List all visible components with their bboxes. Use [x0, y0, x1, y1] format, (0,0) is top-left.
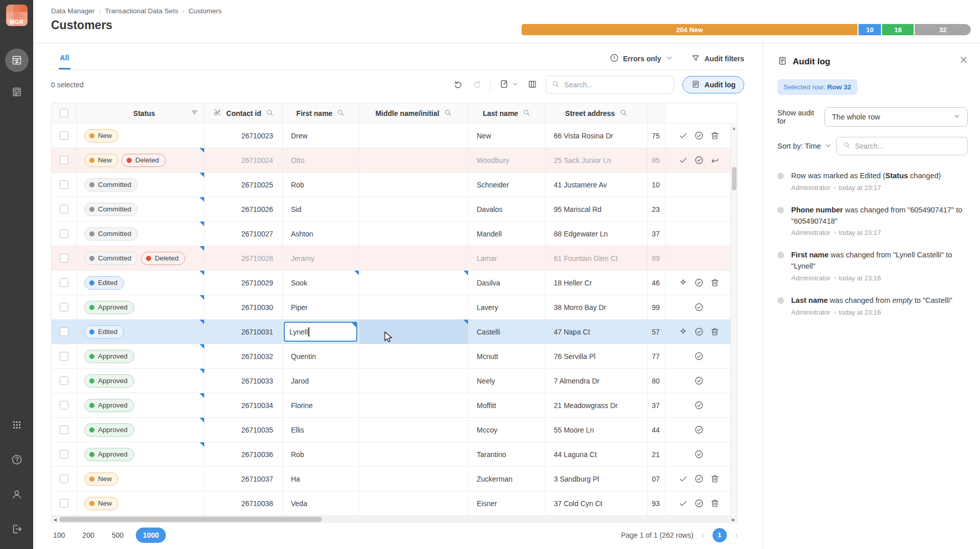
row-action-check[interactable] [675, 498, 691, 508]
clipped-column-cell[interactable]: 44 [648, 418, 666, 442]
middle-name-cell[interactable] [359, 442, 469, 467]
street-address-cell[interactable]: 66 Vista Rosina Dr [546, 124, 648, 148]
clipped-column-cell[interactable]: 80 [648, 369, 666, 393]
street-address-cell[interactable]: 41 Justamere Av [546, 173, 648, 197]
status-cell[interactable]: Committed [77, 197, 205, 222]
scroll-up-arrow[interactable]: ▲ [731, 126, 737, 131]
clipped-column-cell[interactable]: 93 [648, 491, 666, 516]
column-header-id[interactable]: Contact id [205, 103, 283, 124]
breadcrumb-item[interactable]: Transactional Data Sets [105, 7, 179, 15]
contact-id-cell[interactable]: 26710036 [205, 442, 283, 467]
middle-name-cell[interactable] [359, 222, 469, 246]
row-checkbox[interactable] [60, 156, 68, 164]
last-name-cell[interactable]: Eisner [469, 491, 546, 516]
street-address-cell[interactable]: 37 Cold Cyn Ct [546, 491, 648, 516]
first-name-cell[interactable]: Piper [283, 295, 359, 320]
street-address-cell[interactable]: 38 Morro Bay Dr [546, 295, 648, 320]
row-checkbox[interactable] [60, 180, 68, 189]
row-action-trash[interactable] [707, 498, 723, 508]
first-name-cell[interactable]: Jeramy [283, 246, 359, 271]
status-cell[interactable]: CommittedDeleted [77, 246, 205, 271]
street-address-cell[interactable]: 21 Meadowgrass Dr [546, 393, 648, 418]
status-cell[interactable]: Approved [77, 418, 205, 442]
sidebar-item-apps-grid[interactable] [5, 413, 29, 437]
column-header-first[interactable]: First name [283, 103, 359, 124]
street-address-cell[interactable]: 76 Servilla Pl [546, 344, 648, 369]
contact-id-cell[interactable]: 26710038 [205, 491, 283, 516]
street-address-cell[interactable]: 44 Laguna Ct [546, 442, 648, 467]
row-checkbox[interactable] [60, 499, 68, 508]
last-name-cell[interactable]: Dasilva [469, 271, 546, 295]
contact-id-cell[interactable]: 26710024 [205, 148, 283, 173]
circle-check-icon[interactable] [694, 498, 704, 508]
trash-icon[interactable] [710, 278, 720, 288]
row-action-circle-check[interactable] [691, 327, 707, 337]
last-name-cell[interactable]: Castelli [469, 320, 546, 344]
row-checkbox[interactable] [60, 254, 68, 262]
column-header-status[interactable]: Status [77, 103, 205, 124]
sort-by-control[interactable]: Sort by: Time [777, 141, 832, 151]
status-cell[interactable]: Approved [77, 442, 205, 467]
first-name-cell[interactable]: Drew [283, 124, 359, 148]
horizontal-scroll-thumb[interactable] [59, 517, 322, 522]
sidebar-item-user[interactable] [5, 483, 29, 506]
horizontal-scrollbar[interactable]: ◄ ► [51, 516, 738, 523]
last-name-cell[interactable]: Mcnutt [469, 344, 546, 369]
status-cell[interactable]: Approved [77, 393, 205, 418]
next-page-button[interactable]: › [735, 531, 738, 540]
first-name-cell[interactable]: Ellis [283, 418, 359, 442]
row-action-circle-check[interactable] [691, 155, 707, 165]
middle-name-cell[interactable] [359, 320, 469, 344]
street-address-cell[interactable]: 7 Almendra Dr [546, 369, 648, 393]
last-name-cell[interactable]: Woodbury [469, 148, 546, 173]
circle-check-icon[interactable] [694, 302, 704, 312]
street-address-cell[interactable]: 88 Edgewater Ln [546, 222, 648, 246]
middle-name-cell[interactable] [359, 369, 469, 393]
last-name-cell[interactable]: Lavery [469, 295, 546, 320]
row-action-circle-check[interactable] [691, 425, 707, 435]
row-action-sparkle[interactable] [675, 327, 691, 337]
check-icon[interactable] [678, 155, 688, 165]
street-address-cell[interactable]: 3 Sandburg Pl [546, 467, 648, 491]
first-name-cell[interactable]: Rob [283, 173, 359, 197]
export-button[interactable] [499, 79, 509, 91]
last-name-cell[interactable]: Moffitt [469, 393, 546, 418]
row-action-circle-check[interactable] [691, 498, 707, 508]
clipped-column-cell[interactable]: 75 [648, 124, 666, 148]
sparkle-icon[interactable] [678, 278, 688, 288]
contact-id-cell[interactable]: 26710037 [205, 467, 283, 491]
page-size-1000[interactable]: 1000 [136, 528, 166, 543]
undo-icon[interactable] [710, 155, 720, 165]
clipped-column-cell[interactable]: 37 [648, 393, 666, 418]
contact-id-cell[interactable]: 26710025 [205, 173, 283, 197]
status-cell[interactable]: New [77, 491, 205, 516]
status-cell[interactable]: Committed [77, 173, 205, 197]
middle-name-cell[interactable] [359, 197, 469, 222]
row-action-check[interactable] [675, 474, 691, 484]
column-header-last[interactable]: Last name [469, 103, 546, 124]
row-action-circle-check[interactable] [691, 351, 707, 361]
middle-name-cell[interactable] [359, 344, 469, 369]
last-name-cell[interactable]: Davalos [469, 197, 546, 222]
street-address-cell[interactable]: 25 Sack Junior Ln [546, 148, 648, 173]
clipped-column-cell[interactable]: 85 [648, 148, 666, 173]
last-name-cell[interactable]: Mandell [469, 222, 546, 246]
contact-id-cell[interactable]: 26710031 [205, 320, 283, 344]
middle-name-cell[interactable] [359, 173, 469, 197]
errors-only-toggle[interactable]: Errors only [609, 53, 674, 64]
breadcrumb-item[interactable]: Customers [188, 7, 222, 15]
row-action-check[interactable] [675, 155, 691, 165]
undo-button[interactable] [453, 79, 463, 91]
row-checkbox[interactable] [60, 450, 68, 459]
row-action-circle-check[interactable] [691, 376, 707, 386]
contact-id-cell[interactable]: 26710033 [205, 369, 283, 393]
columns-button[interactable] [527, 79, 537, 91]
row-action-circle-check[interactable] [691, 474, 707, 484]
first-name-cell[interactable]: Ashton [283, 222, 359, 246]
prev-page-button[interactable]: ‹ [701, 531, 704, 540]
status-cell[interactable]: New [77, 467, 205, 491]
row-checkbox[interactable] [60, 278, 68, 287]
middle-name-cell[interactable] [359, 124, 469, 148]
sidebar-item-help[interactable] [5, 448, 29, 471]
search-icon[interactable] [444, 108, 452, 117]
